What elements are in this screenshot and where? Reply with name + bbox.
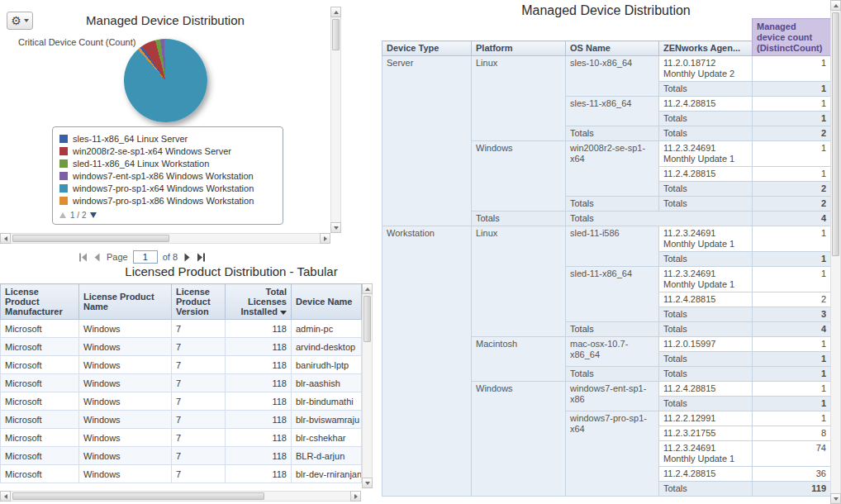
cell: 118 — [226, 411, 292, 429]
cell: Totals — [566, 212, 753, 226]
cell: Linux — [472, 226, 566, 337]
crosstab-vscrollbar[interactable] — [830, 0, 841, 504]
cell: 11.2.4.28815 — [659, 382, 753, 397]
cell: 1 — [753, 411, 831, 426]
column-header-measure[interactable]: Managed device count (DistinctCount) — [753, 19, 831, 56]
cell: sles-11-x86_64 — [566, 97, 659, 126]
legend-label: sled-11-x86_64 Linux Workstation — [73, 159, 209, 169]
cell: 1 — [753, 382, 831, 397]
cell: 7 — [172, 356, 226, 374]
arrow-up-icon — [334, 11, 339, 14]
pie-panel-hscrollbar[interactable] — [0, 233, 330, 244]
pie-chart[interactable] — [124, 39, 207, 122]
cell: Microsoft — [1, 429, 79, 447]
column-header[interactable]: Device Type — [382, 41, 472, 56]
column-header[interactable]: Device Name — [292, 284, 362, 320]
cell: Workstation — [382, 226, 472, 497]
cell: 1 — [753, 397, 831, 411]
scroll-up-button[interactable] — [362, 283, 373, 294]
cell: 11.2.4.28815 — [659, 467, 753, 482]
table-row[interactable]: MicrosoftWindows7118blr-cshekhar — [1, 429, 362, 447]
legend-swatch — [59, 184, 68, 193]
column-header[interactable]: License Product Version — [172, 284, 226, 320]
pie-panel-vscrollbar[interactable] — [330, 7, 341, 233]
arrow-up-icon — [365, 288, 370, 291]
scroll-left-button[interactable] — [0, 233, 11, 244]
legend-pager: 1 / 2 — [59, 208, 276, 221]
sort-desc-icon — [280, 311, 287, 315]
scroll-thumb[interactable] — [332, 19, 340, 50]
arrow-left-icon — [4, 494, 7, 499]
page-label: Page — [107, 252, 128, 262]
cell: windows7-pro-sp1-x64 — [566, 411, 659, 497]
scroll-down-button[interactable] — [330, 222, 341, 233]
cell: Microsoft — [1, 465, 79, 483]
cell: 8 — [753, 426, 831, 441]
cell: Totals — [659, 482, 753, 497]
scroll-thumb[interactable] — [832, 12, 839, 256]
table-row[interactable]: MicrosoftWindows7118blr-aashish — [1, 374, 362, 392]
cell: Windows — [79, 356, 172, 374]
cell: Windows — [79, 429, 172, 447]
scroll-right-button[interactable] — [350, 491, 361, 502]
scroll-left-button[interactable] — [0, 491, 11, 502]
dashboard: ⚙ Managed Device Distribution Critical D… — [0, 0, 841, 504]
table-row[interactable]: MicrosoftWindows7118blr-bviswamraju — [1, 411, 362, 429]
column-label: License Product Name — [83, 292, 154, 311]
legend-prev-icon[interactable] — [59, 212, 66, 218]
table-row[interactable]: MicrosoftWindows7118blr-bindumathi — [1, 392, 362, 411]
cell: 1 — [753, 167, 831, 182]
table-row: WorkstationLinuxsled-11-i58611.2.3.24691… — [382, 226, 831, 252]
cell: Server — [382, 56, 472, 226]
legend-swatch — [59, 197, 68, 205]
scroll-down-button[interactable] — [830, 493, 841, 504]
last-page-button[interactable] — [197, 253, 206, 262]
column-header[interactable]: License Product Name — [79, 284, 172, 320]
cell: 118 — [226, 356, 292, 374]
scroll-up-button[interactable] — [830, 0, 841, 11]
legend-item: sled-11-x86_64 Linux Workstation — [59, 157, 276, 169]
legend-label: sles-11-x86_64 Linux Server — [73, 134, 188, 144]
column-header[interactable]: License Product Manufacturer — [1, 284, 79, 320]
header-spacer — [382, 19, 753, 41]
column-header[interactable]: OS Name — [566, 41, 659, 56]
table-row[interactable]: MicrosoftWindows7118arvind-desktop — [1, 338, 362, 356]
scroll-down-button[interactable] — [362, 478, 373, 488]
cell: Windows — [79, 411, 172, 429]
scroll-thumb[interactable] — [12, 492, 264, 500]
table-row[interactable]: MicrosoftWindows7118blr-dev-rniranjan — [1, 465, 362, 483]
scroll-thumb[interactable] — [363, 296, 371, 342]
page-number-input[interactable] — [133, 250, 158, 264]
cell: Microsoft — [1, 338, 79, 356]
cell: blr-cshekhar — [292, 429, 362, 447]
legend-item: win2008r2-se-sp1-x64 Windows Server — [59, 145, 276, 157]
licensed-table-hscrollbar[interactable] — [0, 491, 361, 502]
cell: blr-bindumathi — [292, 392, 362, 411]
licensed-table-vscrollbar[interactable] — [362, 283, 373, 488]
cell: 11.2.3.24691 Monthly Update 1 — [659, 226, 753, 252]
table-row[interactable]: MicrosoftWindows7118BLR-d-arjun — [1, 447, 362, 465]
column-header[interactable]: ZENworks Agen... — [659, 41, 753, 56]
cell: Totals — [659, 82, 753, 97]
cell: Totals — [566, 322, 659, 337]
column-header[interactable]: Platform — [472, 41, 566, 56]
cell: Totals — [659, 126, 753, 141]
next-page-button[interactable] — [183, 253, 192, 262]
scroll-up-button[interactable] — [330, 7, 341, 17]
legend-item: sles-11-x86_64 Linux Server — [59, 132, 276, 145]
crosstab-title: Managed Device Distribution — [382, 3, 830, 18]
table-row[interactable]: MicrosoftWindows7118admin-pc — [1, 320, 362, 338]
legend-item: windows7-ent-sp1-x86 Windows Workstation — [59, 169, 276, 182]
scroll-thumb[interactable] — [12, 235, 169, 242]
legend-next-icon[interactable] — [90, 212, 97, 218]
prev-page-button[interactable] — [93, 253, 102, 262]
legend-swatch — [59, 147, 68, 155]
scroll-right-button[interactable] — [320, 233, 330, 244]
legend-swatch — [59, 159, 68, 168]
cell: sled-11-i586 — [566, 226, 659, 267]
first-page-button[interactable] — [78, 253, 88, 262]
table-row[interactable]: MicrosoftWindows7118banirudh-lptp — [1, 356, 362, 374]
arrow-left-icon — [4, 236, 7, 241]
column-header[interactable]: Total Licenses Installed — [226, 284, 292, 320]
legend-swatch — [59, 172, 68, 180]
